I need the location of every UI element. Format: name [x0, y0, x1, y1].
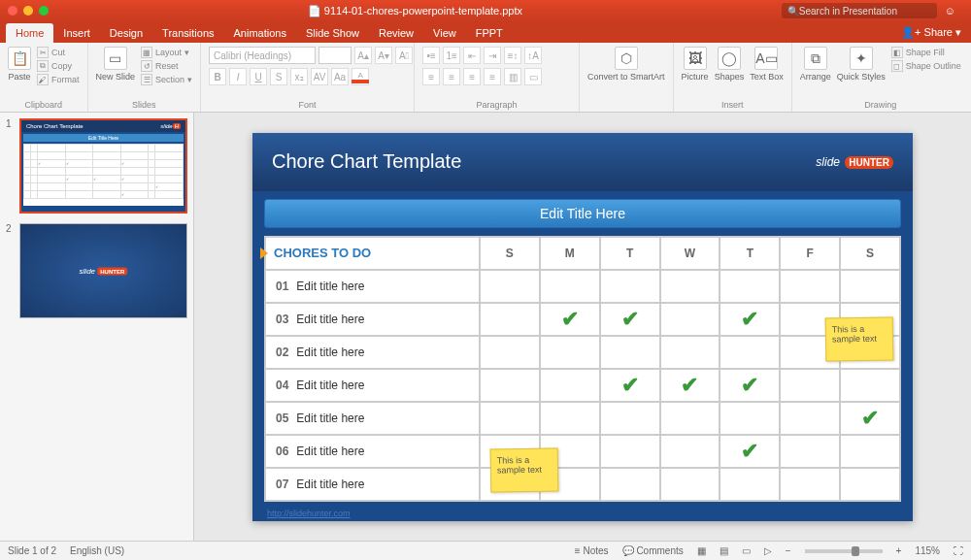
- format-painter-button[interactable]: 🖌Format: [37, 74, 80, 85]
- chore-cell[interactable]: ✔: [660, 369, 720, 402]
- reading-view-button[interactable]: ▭: [742, 545, 751, 556]
- language[interactable]: English (US): [70, 545, 124, 556]
- zoom-level[interactable]: 115%: [915, 545, 940, 556]
- chore-cell[interactable]: [480, 369, 540, 402]
- decrease-font-button[interactable]: A▾: [375, 47, 392, 64]
- quick-styles-button[interactable]: ✦Quick Styles: [837, 47, 886, 82]
- chore-cell[interactable]: [600, 270, 660, 303]
- canvas[interactable]: Chore Chart Template slide HUNTER Edit T…: [194, 113, 971, 541]
- search-input[interactable]: 🔍 Search in Presentation: [782, 3, 937, 18]
- new-slide-button[interactable]: ▭New Slide: [96, 47, 136, 82]
- slide-thumbnail-1[interactable]: Chore Chart TemplateslideH Edit Title He…: [19, 118, 187, 214]
- chore-row[interactable]: 02Edit title here: [265, 336, 480, 369]
- italic-button[interactable]: I: [229, 68, 247, 85]
- chore-cell[interactable]: [660, 468, 720, 501]
- chore-cell[interactable]: [660, 270, 720, 303]
- strike-button[interactable]: S: [270, 68, 287, 85]
- chore-cell[interactable]: [600, 468, 660, 501]
- bullets-button[interactable]: •≡: [422, 47, 440, 64]
- zoom-slider[interactable]: [805, 549, 883, 553]
- zoom-in-button[interactable]: +: [896, 545, 902, 556]
- chore-cell[interactable]: [720, 270, 780, 303]
- comments-button[interactable]: 💬 Comments: [622, 545, 684, 556]
- chore-cell[interactable]: ✔: [720, 369, 780, 402]
- indent-inc-button[interactable]: ⇥: [484, 47, 501, 64]
- checkmark-icon[interactable]: ✔: [621, 373, 639, 397]
- chore-cell[interactable]: [600, 435, 660, 468]
- minimize-icon[interactable]: [23, 6, 33, 16]
- tab-fppt[interactable]: FPPT: [466, 23, 513, 43]
- tab-home[interactable]: Home: [6, 23, 53, 43]
- notes-button[interactable]: ≡ Notes: [575, 545, 609, 556]
- tab-view[interactable]: View: [423, 23, 466, 43]
- chore-cell[interactable]: [840, 270, 900, 303]
- align-left-button[interactable]: ≡: [422, 68, 440, 85]
- convert-smartart-button[interactable]: ⬡Convert to SmartArt: [587, 47, 665, 82]
- align-right-button[interactable]: ≡: [463, 68, 481, 85]
- line-spacing-button[interactable]: ≡↕: [504, 47, 521, 64]
- shadow-button[interactable]: x₂: [290, 68, 308, 85]
- slide-thumbnail-2[interactable]: slide HUNTER: [19, 223, 187, 318]
- shapes-button[interactable]: ◯Shapes: [715, 47, 745, 82]
- chore-cell[interactable]: [660, 336, 720, 369]
- slide-subtitle[interactable]: Edit Title Here: [264, 199, 901, 228]
- sorter-view-button[interactable]: ▤: [720, 545, 728, 556]
- align-text-button[interactable]: ▭: [524, 68, 542, 85]
- chore-cell[interactable]: [780, 435, 840, 468]
- chore-cell[interactable]: [660, 435, 720, 468]
- align-center-button[interactable]: ≡: [443, 68, 460, 85]
- section-button[interactable]: ☰Section ▾: [141, 74, 192, 85]
- chore-row[interactable]: 04Edit title here: [265, 369, 480, 402]
- clear-format-button[interactable]: A⃠: [395, 47, 413, 64]
- chore-cell[interactable]: [480, 336, 540, 369]
- text-direction-button[interactable]: ↕A: [524, 47, 542, 64]
- feedback-icon[interactable]: ☺: [945, 5, 955, 16]
- arrange-button[interactable]: ⧉Arrange: [800, 47, 831, 82]
- chore-cell[interactable]: [540, 270, 600, 303]
- paste-button[interactable]: 📋Paste: [8, 47, 31, 82]
- spacing-button[interactable]: AV: [311, 68, 328, 85]
- shape-outline-button[interactable]: ◻Shape Outline: [891, 60, 961, 72]
- chore-cell[interactable]: [840, 468, 900, 501]
- close-icon[interactable]: [8, 6, 17, 16]
- checkmark-icon[interactable]: ✔: [621, 307, 639, 331]
- chore-cell[interactable]: [540, 402, 600, 435]
- chore-cell[interactable]: ✔: [840, 402, 900, 435]
- layout-button[interactable]: ▦Layout ▾: [141, 47, 192, 58]
- chore-row[interactable]: 06Edit title here: [265, 435, 480, 468]
- justify-button[interactable]: ≡: [484, 68, 501, 85]
- chore-row[interactable]: 03Edit title here: [265, 303, 480, 336]
- indent-dec-button[interactable]: ⇤: [463, 47, 481, 64]
- slide[interactable]: Chore Chart Template slide HUNTER Edit T…: [252, 133, 913, 521]
- maximize-icon[interactable]: [39, 6, 49, 16]
- chore-cell[interactable]: ✔: [600, 303, 660, 336]
- chore-cell[interactable]: ✔: [720, 303, 780, 336]
- chore-cell[interactable]: [720, 402, 780, 435]
- chore-cell[interactable]: [480, 402, 540, 435]
- fit-button[interactable]: ⛶: [954, 545, 963, 556]
- checkmark-icon[interactable]: ✔: [741, 439, 758, 463]
- chore-cell[interactable]: [840, 435, 900, 468]
- textbox-button[interactable]: A▭Text Box: [750, 47, 784, 82]
- chore-cell[interactable]: [600, 336, 660, 369]
- chore-cell[interactable]: [480, 303, 540, 336]
- chore-cell[interactable]: [720, 468, 780, 501]
- chore-cell[interactable]: [480, 270, 540, 303]
- tab-insert[interactable]: Insert: [53, 23, 100, 43]
- chore-cell[interactable]: [780, 369, 840, 402]
- font-color-button[interactable]: A: [352, 68, 369, 85]
- picture-button[interactable]: 🖼Picture: [682, 47, 709, 82]
- chore-cell[interactable]: ✔: [540, 303, 600, 336]
- case-button[interactable]: Aa: [331, 68, 349, 85]
- checkmark-icon[interactable]: ✔: [681, 373, 698, 397]
- tab-animations[interactable]: Animations: [224, 23, 296, 43]
- bold-button[interactable]: B: [209, 68, 226, 85]
- chore-cell[interactable]: ✔: [600, 369, 660, 402]
- cut-button[interactable]: ✂Cut: [37, 47, 80, 58]
- tab-transitions[interactable]: Transitions: [152, 23, 223, 43]
- checkmark-icon[interactable]: ✔: [861, 406, 879, 430]
- chore-cell[interactable]: [540, 369, 600, 402]
- checkmark-icon[interactable]: ✔: [741, 307, 758, 331]
- font-family-select[interactable]: Calibri (Headings): [209, 47, 316, 64]
- underline-button[interactable]: U: [250, 68, 267, 85]
